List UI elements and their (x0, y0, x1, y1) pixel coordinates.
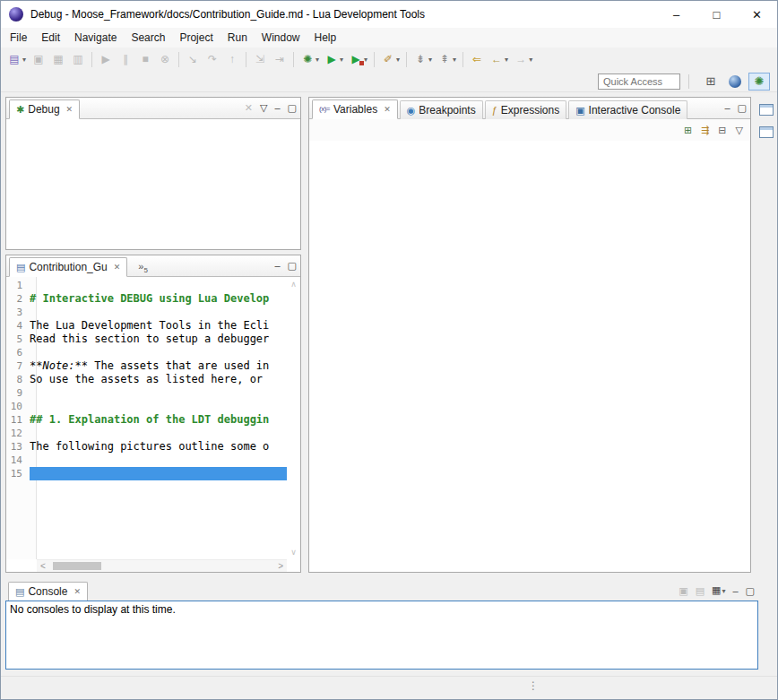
dropdown-arrow-icon[interactable]: ▾ (505, 56, 508, 64)
print-button[interactable]: ▥ (69, 49, 87, 69)
close-tab-icon[interactable]: ✕ (114, 263, 121, 272)
save-all-button[interactable]: ▦ (49, 49, 67, 69)
menu-item[interactable]: Project (172, 28, 220, 48)
console-content[interactable]: No consoles to display at this time. (5, 601, 758, 670)
dropdown-arrow-icon[interactable]: ▾ (453, 56, 456, 64)
menu-item[interactable]: Navigate (67, 28, 124, 48)
drop-to-frame-button[interactable]: ⇲ (251, 49, 269, 69)
dropdown-arrow-icon[interactable]: ▾ (722, 587, 725, 595)
collapse-all-button[interactable]: ⊟ (718, 125, 726, 136)
close-tab-icon[interactable]: ✕ (384, 105, 391, 114)
separator[interactable] (293, 52, 294, 67)
editor-line[interactable]: 15 (6, 467, 287, 480)
open-perspective-button[interactable]: ⊞ (700, 73, 722, 91)
previous-annotation-button[interactable]: ⇞ ▾ (436, 49, 458, 69)
maximize-view-button[interactable]: ▢ (288, 101, 297, 114)
scroll-up-icon[interactable]: ∧ (290, 280, 297, 289)
editor-line[interactable]: 3 (6, 306, 287, 319)
editor-line[interactable]: 8 So use the assets as listed here, or (6, 373, 287, 386)
debug-button[interactable]: ✺ ▾ (298, 49, 321, 69)
tab-debug[interactable]: ✱ Debug ✕ (9, 99, 80, 119)
editor-body[interactable]: 1 2 # Interactive DEBUG using Lua Develo… (6, 277, 300, 572)
maximize-view-button[interactable]: ▢ (746, 584, 755, 597)
close-button[interactable]: ✕ (737, 1, 777, 28)
maximize-button[interactable]: □ (696, 1, 737, 28)
minimize-button[interactable]: – (656, 1, 696, 28)
tab-console[interactable]: ▤ Console ✕ (8, 582, 88, 601)
dropdown-arrow-icon[interactable]: ▾ (22, 56, 26, 64)
tab-variables[interactable]: (x)= Variables ✕ (312, 99, 398, 119)
view-menu-button[interactable]: ▽ (736, 125, 743, 136)
separator[interactable] (406, 52, 407, 67)
dropdown-arrow-icon[interactable]: ▾ (364, 56, 367, 64)
next-annotation-button[interactable]: ⇟ ▾ (411, 49, 434, 69)
menu-item[interactable]: Edit (34, 28, 67, 48)
dropdown-arrow-icon[interactable]: ▾ (316, 56, 319, 64)
quick-access-input[interactable] (598, 73, 680, 90)
tab-breakpoints[interactable]: ◉ Breakpoints (400, 100, 483, 119)
resize-grip[interactable]: ⋮ (528, 679, 539, 692)
editor-vertical-scrollbar[interactable]: ∧ ∨ (287, 277, 300, 559)
scroll-right-icon[interactable]: > (278, 560, 283, 572)
editor-line[interactable]: 13 The following pictures outline some o (6, 440, 287, 454)
menu-item[interactable]: Help (307, 28, 344, 48)
minimized-view-button-1[interactable] (759, 104, 774, 116)
remove-all-terminated-button[interactable]: ✕ (245, 101, 253, 114)
pin-console-button[interactable]: ▣ (679, 584, 687, 597)
minimize-view-button[interactable]: – (724, 101, 730, 114)
maximize-view-button[interactable]: ▢ (738, 101, 747, 114)
view-menu-button[interactable]: ▽ (260, 101, 267, 114)
menu-item[interactable]: Run (220, 28, 255, 48)
minimize-view-button[interactable]: – (732, 584, 738, 597)
dropdown-arrow-icon[interactable]: ▾ (529, 56, 532, 64)
maximize-view-button[interactable]: ▢ (288, 259, 297, 272)
show-type-names-button[interactable]: ⊞ (684, 125, 692, 136)
menu-item[interactable]: Search (124, 28, 172, 48)
step-into-button[interactable]: ↘ (184, 49, 202, 69)
save-button[interactable]: ▣ (30, 49, 48, 69)
minimize-view-button[interactable]: – (274, 259, 280, 272)
separator[interactable] (91, 52, 92, 67)
editor-line[interactable]: 4 The Lua Development Tools in the Ecli (6, 319, 287, 333)
scroll-down-icon[interactable]: ∨ (290, 548, 297, 557)
scroll-left-icon[interactable]: < (40, 560, 46, 572)
separator[interactable] (246, 52, 246, 67)
editor-line[interactable]: 7 **Note:** The assets that are used in (6, 359, 287, 373)
editor-lines[interactable]: 1 2 # Interactive DEBUG using Lua Develo… (6, 279, 287, 559)
editor-line[interactable]: 2 # Interactive DEBUG using Lua Develop (6, 292, 287, 306)
editor-line[interactable]: 5 Read this section to setup a debugger (6, 333, 287, 346)
step-over-button[interactable]: ↷ (203, 49, 221, 69)
debug-perspective-button[interactable]: ✺ (748, 73, 770, 91)
minimized-view-button-2[interactable] (759, 126, 774, 138)
editor-horizontal-scrollbar[interactable]: < > (37, 559, 287, 572)
step-return-button[interactable]: ↑ (223, 49, 241, 69)
editor-line[interactable]: 12 (6, 427, 287, 440)
tab-contribution-guide[interactable]: ▤ Contribution_Gu ✕ (9, 257, 127, 277)
editor-line[interactable]: 10 (6, 400, 287, 413)
editor-line[interactable]: 11 ## 1. Explanation of the LDT debuggin (6, 413, 287, 427)
editor-line[interactable]: 6 (6, 346, 287, 359)
tab-expressions[interactable]: ƒ Expressions (485, 100, 567, 119)
dropdown-arrow-icon[interactable]: ▾ (340, 56, 343, 64)
use-step-filters-button[interactable]: ⇥ (271, 49, 289, 69)
separator[interactable] (462, 52, 463, 67)
editor-line[interactable]: 1 (6, 279, 287, 292)
open-search-button[interactable]: ✐ ▾ (379, 49, 402, 69)
scrollbar-thumb[interactable] (53, 562, 101, 570)
menu-item[interactable]: File (3, 28, 34, 48)
external-tools-button[interactable]: ▶ ▾ (347, 49, 369, 69)
resume-button[interactable]: ▶ (97, 49, 115, 69)
close-tab-icon[interactable]: ✕ (73, 587, 81, 596)
minimize-view-button[interactable]: – (274, 101, 280, 114)
terminate-button[interactable]: ■ (136, 49, 154, 69)
forward-button[interactable]: → ▾ (512, 49, 534, 69)
editor-line[interactable]: 14 (6, 454, 287, 467)
run-button[interactable]: ▶ ▾ (323, 49, 345, 69)
separator[interactable] (374, 52, 375, 67)
menu-item[interactable]: Window (255, 28, 307, 48)
show-logical-structures-button[interactable]: ⇶ (701, 125, 709, 136)
ldt-perspective-button[interactable] (724, 73, 746, 91)
suspend-button[interactable]: ∥ (117, 49, 134, 69)
tab-interactive-console[interactable]: ▣ Interactive Console (568, 100, 687, 119)
new-wizard-button[interactable]: ▤ ▾ (5, 49, 28, 69)
